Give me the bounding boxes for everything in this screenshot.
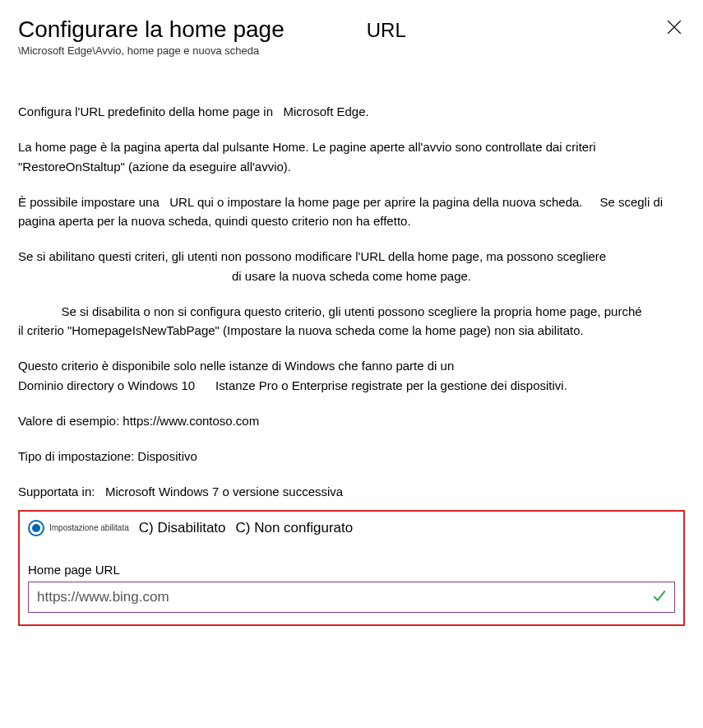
description-p1: Configura l'URL predefinito della home p… (18, 102, 685, 121)
radio-not-configured-label: C) Non configurato (236, 520, 354, 536)
description-p7: Valore di esempio: https://www.contoso.c… (18, 411, 685, 430)
homepage-url-input[interactable] (28, 582, 675, 613)
close-button[interactable] (664, 16, 685, 40)
radio-not-configured[interactable]: C) Non configurato (236, 520, 354, 536)
description-p9: Supportata in: Microsoft Windows 7 o ver… (18, 482, 685, 501)
radio-enabled-label: Impostazione abilitata (49, 523, 129, 532)
description-p3: È possibile impostare una URL qui o impo… (18, 192, 685, 231)
radio-disabled-label: C) Disabilitato (139, 520, 226, 536)
checkmark-icon (652, 588, 667, 606)
close-icon (667, 25, 682, 37)
radio-disabled[interactable]: C) Disabilitato (139, 520, 226, 536)
settings-panel: Impostazione abilitata C) Disabilitato C… (18, 510, 685, 626)
dialog-title-suffix: URL (367, 19, 406, 42)
breadcrumb: \Microsoft Edge\Avvio, home page e nuova… (18, 44, 406, 57)
dialog-title: Configurare la home page (18, 16, 284, 43)
description-p8: Tipo di impostazione: Dispositivo (18, 447, 685, 466)
homepage-url-label: Home page URL (28, 563, 675, 577)
description-p5: Se si disabilita o non si configura ques… (18, 302, 685, 341)
description-p2: La home page è la pagina aperta dal puls… (18, 137, 685, 176)
radio-icon (28, 520, 44, 536)
radio-enabled[interactable]: Impostazione abilitata (28, 520, 129, 536)
description-p6: Questo criterio è disponibile solo nelle… (18, 356, 685, 395)
description-p4: Se si abilitano questi criteri, gli uten… (18, 247, 685, 285)
